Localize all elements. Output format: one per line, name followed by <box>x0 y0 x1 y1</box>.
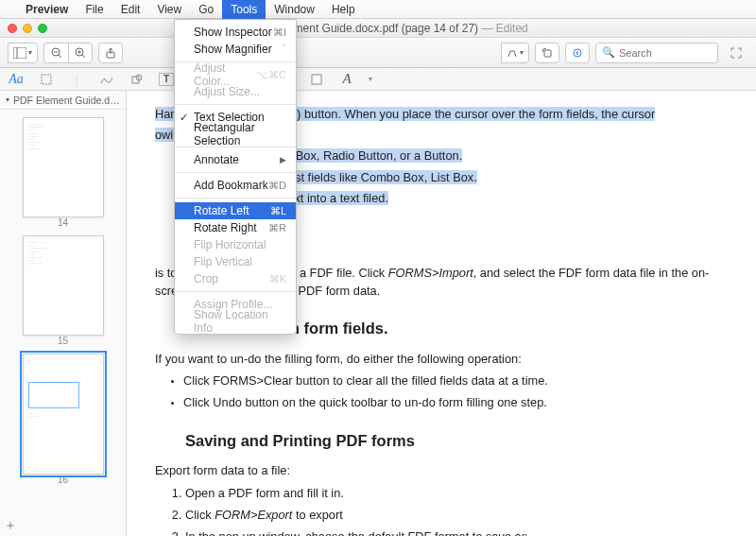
sidebar-icon <box>13 47 26 59</box>
list-item: In the pop up window, choose the default… <box>185 527 728 536</box>
add-page-button[interactable]: ＋ <box>4 517 17 534</box>
menubar-view[interactable]: View <box>148 0 190 19</box>
thumbnail-wrapper[interactable]: — — — —— —— — — — —— — —— —— — — —— —— —… <box>23 235 104 346</box>
menu-shortcut: ⌘L <box>270 205 286 217</box>
menu-item-crop: Crop⌘K <box>175 270 296 287</box>
menubar-help[interactable]: Help <box>323 0 364 19</box>
font-style-button[interactable]: A <box>338 71 355 87</box>
thumbnails-list: — — — —— — — — —— —— — — —— — —— —— — — … <box>0 110 126 493</box>
thumbnail-wrapper[interactable]: ——— —— — — 16 <box>23 354 104 485</box>
menubar-app[interactable]: Preview <box>17 0 77 19</box>
svg-rect-20 <box>312 75 321 84</box>
zoom-window-button[interactable] <box>38 24 47 33</box>
shapes-tool-button[interactable] <box>129 74 146 85</box>
menu-shortcut: ⌘K <box>269 273 286 285</box>
fill-color-button[interactable] <box>308 73 325 86</box>
window-title: Element Guide.docx.pdf (page 14 of 27) —… <box>57 22 748 35</box>
sidebar-view-button[interactable]: ▾ <box>8 43 38 63</box>
list-item: Open a PDF form and fill it in. <box>185 484 728 502</box>
markup-toolbar: Aa | T | A ▾ <box>0 68 756 91</box>
thumbnail-page-number: 16 <box>23 475 104 485</box>
chevron-down-icon: ▾ <box>520 48 524 57</box>
menu-item-flip-vertical: Flip Vertical <box>175 253 296 270</box>
menubar-file[interactable]: File <box>77 0 112 19</box>
close-window-button[interactable] <box>8 24 17 33</box>
menu-separator <box>175 104 296 105</box>
menu-item-label: Show Inspector <box>194 26 272 39</box>
submenu-arrow-icon: ▶ <box>280 155 286 164</box>
thumbnail-preview: — — — —— —— — — — —— — —— —— — — —— —— —… <box>24 236 103 335</box>
zoom-out-icon <box>51 47 62 59</box>
tools-menu-dropdown: Show Inspector⌘IShow Magnifier`Adjust Co… <box>174 19 297 335</box>
share-button[interactable] <box>98 43 123 63</box>
menu-item-add-bookmark[interactable]: Add Bookmark⌘D <box>175 177 296 194</box>
fullscreen-button[interactable] <box>724 43 748 63</box>
menu-item-label: Rectangular Selection <box>194 121 286 147</box>
thumbnail-wrapper[interactable]: — — — —— — — — —— —— — — —— — —— —— — — … <box>23 117 104 228</box>
page-thumbnail[interactable]: ——— —— — — <box>23 354 104 475</box>
menubar-edit[interactable]: Edit <box>112 0 149 19</box>
zoom-in-button[interactable] <box>68 43 93 63</box>
search-input[interactable] <box>619 47 712 59</box>
text-tool-button[interactable]: T <box>159 73 174 86</box>
rotate-button[interactable] <box>535 43 559 63</box>
zoom-in-icon <box>75 47 86 59</box>
chevron-down-icon: ▾ <box>369 75 372 83</box>
thumbnail-page-number: 15 <box>23 336 104 346</box>
menu-item-label: Flip Vertical <box>194 255 252 268</box>
menu-item-rectangular-selection[interactable]: Rectangular Selection <box>175 126 296 143</box>
view-mode-group: ▾ <box>8 43 38 63</box>
menu-item-label: Adjust Size... <box>194 85 260 98</box>
svg-rect-11 <box>544 50 551 57</box>
highlight-button[interactable]: ▾ <box>501 43 529 63</box>
menu-shortcut: ⌘D <box>268 180 286 192</box>
page-thumbnail[interactable]: — — — —— —— — — — —— — —— —— — — —— —— —… <box>23 235 104 336</box>
menu-item-show-magnifier[interactable]: Show Magnifier` <box>175 41 296 58</box>
menu-item-label: Show Location Info <box>194 308 286 335</box>
menu-item-show-inspector[interactable]: Show Inspector⌘I <box>175 24 296 41</box>
toolbar: ▾ ▾ 🔍 <box>0 38 756 68</box>
zoom-group <box>43 43 93 63</box>
menubar-window[interactable]: Window <box>266 0 323 19</box>
menu-item-label: Rotate Right <box>194 221 257 234</box>
highlight-icon <box>507 47 518 59</box>
system-menubar: Preview File Edit View Go Tools Window H… <box>0 0 756 19</box>
text-style-button[interactable]: Aa <box>8 72 25 87</box>
minimize-window-button[interactable] <box>23 24 32 33</box>
search-field[interactable]: 🔍 <box>595 43 718 63</box>
markup-toolbox-icon <box>571 47 584 59</box>
chevron-down-icon: ▾ <box>28 48 32 57</box>
svg-line-3 <box>59 55 61 58</box>
checkmark-icon: ✓ <box>180 112 188 124</box>
menu-item-label: Annotate <box>194 153 239 166</box>
menu-shortcut: ⌥⌘C <box>256 69 286 81</box>
disclosure-triangle-icon[interactable]: ▾ <box>6 95 9 104</box>
menu-separator <box>175 198 296 199</box>
menu-item-rotate-right[interactable]: Rotate Right⌘R <box>175 219 296 236</box>
menu-item-adjust-color: Adjust Color...⌥⌘C <box>175 66 296 83</box>
zoom-out-button[interactable] <box>43 43 68 63</box>
body-text: If you want to un-do the filling form, d… <box>155 350 728 368</box>
menu-item-rotate-left[interactable]: Rotate Left⌘L <box>175 202 296 219</box>
window-controls <box>8 24 47 33</box>
page-thumbnail[interactable]: — — — —— — — — —— —— — — —— — —— —— — — … <box>23 117 104 217</box>
sketch-tool-button[interactable] <box>98 74 115 85</box>
thumbnails-sidebar: ▾ PDF Element Guide.docx.pdf — — — —— — … <box>0 91 127 536</box>
menubar-go[interactable]: Go <box>190 0 222 19</box>
menubar-tools[interactable]: Tools <box>222 0 266 19</box>
menu-item-flip-horizontal: Flip Horizontal <box>175 236 296 253</box>
search-icon: 🔍 <box>602 46 615 59</box>
sidebar-header[interactable]: ▾ PDF Element Guide.docx.pdf <box>0 91 126 110</box>
menu-shortcut: ⌘I <box>273 26 286 39</box>
svg-rect-0 <box>13 47 26 59</box>
list-item: Click FORMS>Clear button to clear all th… <box>183 372 728 389</box>
menu-item-annotate[interactable]: Annotate▶ <box>175 151 296 168</box>
markup-toolbar-button[interactable] <box>565 43 590 63</box>
window-body: ▾ PDF Element Guide.docx.pdf — — — —— — … <box>0 91 756 536</box>
window-titlebar: Element Guide.docx.pdf (page 14 of 27) —… <box>0 19 756 38</box>
menu-item-label: Crop <box>194 272 218 285</box>
window-title-edited: — Edited <box>481 22 527 35</box>
list-item: Click FORM>Export to export <box>185 506 728 524</box>
svg-rect-13 <box>42 75 51 84</box>
selection-tool-button[interactable] <box>38 74 55 85</box>
